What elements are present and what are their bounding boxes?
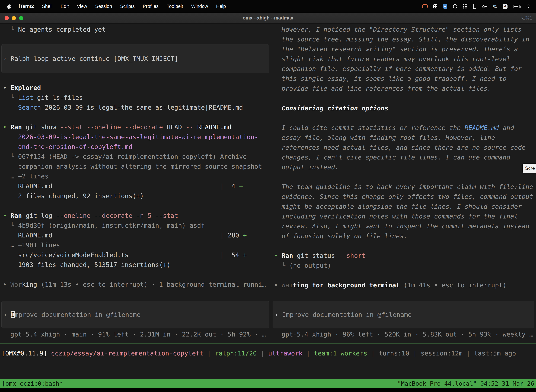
terminal-line: • Ran git log --oneline --decorate -n 5 …	[3, 211, 266, 221]
tmux-session-label: [omx-cczip0:bash*	[2, 379, 63, 388]
terminal-line: Search 2026-03-09-is-legal-the-same-as-l…	[3, 103, 266, 112]
omx-status-bar-text: [OMX#0.11.9] cczip/essay/ai-reimplementa…	[1, 348, 536, 358]
screen: iTerm2ShellEditViewSessionScriptsProfile…	[0, 0, 536, 392]
terminal-line: › Improve documentation in @filename	[274, 310, 412, 320]
circle-app-icon[interactable]	[453, 4, 457, 9]
terminal-line: • Ran git show --stat --oneline --decora…	[3, 122, 266, 132]
terminal-line	[3, 112, 266, 122]
terminal-line: output instead.	[274, 162, 533, 172]
menu-scripts[interactable]: Scripts	[120, 4, 135, 9]
terminal-line	[274, 241, 533, 251]
terminal-line: companion analysis without altering the …	[3, 162, 266, 171]
terminal-line: The team guideline is to back every impo…	[274, 182, 533, 192]
terminal-line: … +2 lines	[3, 171, 266, 181]
tmux-host-time: "MacBook-Pro-44.local" 04:52 31-Mar-26	[397, 379, 534, 388]
window-tiles-icon[interactable]	[433, 5, 437, 9]
menu-profiles[interactable]: Profiles	[143, 4, 159, 9]
key-icon[interactable]	[482, 4, 488, 9]
terminal-line: README.md | 280 +	[3, 230, 266, 240]
wifi-icon[interactable]	[526, 4, 531, 9]
terminal: └ No agents completed yet › Ralph loop a…	[0, 23, 536, 343]
terminal-line: essay file, along with finding root file…	[274, 133, 533, 143]
menu-bar-status-icons: 61A	[422, 4, 536, 9]
terminal-line	[274, 113, 533, 123]
window-shortcut-badge: ⌥⌘1	[520, 13, 532, 23]
omx-status-bar: [OMX#0.11.9] cczip/essay/ai-reimplementa…	[0, 344, 536, 379]
menu-iterm2[interactable]: iTerm2	[19, 4, 34, 9]
prompt-input-right[interactable]: › Improve documentation in @filename	[273, 301, 534, 328]
terminal-line: evidence. Since this change only affects…	[274, 192, 533, 202]
terminal-line: of focusing solely on file lines.	[274, 231, 533, 241]
model-status-right: gpt-5.4 xhigh · 96% left · 520K in · 5.8…	[274, 330, 533, 339]
input-source-icon[interactable]: A	[503, 4, 507, 9]
terminal-line: might be acceptable alongside the file l…	[274, 202, 533, 211]
terminal-line	[3, 201, 266, 211]
agents-status-line: └ No agents completed yet	[3, 25, 106, 34]
terminal-line: • Waiting for background terminal (1m 41…	[274, 280, 533, 290]
terminal-line: 1903 files changed, 513517 insertions(+)	[3, 260, 266, 270]
terminal-line: companion file, especially if more comme…	[274, 64, 533, 74]
menu-toolbelt[interactable]: Toolbelt	[167, 4, 183, 9]
terminal-line	[3, 73, 266, 83]
terminal-line: changes, I can't cite specific file line…	[274, 152, 533, 162]
ralph-loop-banner: › Ralph loop active continue [OMX_TMUX_I…	[1, 44, 269, 73]
tmux-status-bar: [omx-cczip0:bash* "MacBook-Pro-44.local"…	[0, 379, 536, 388]
tmux-pane-left[interactable]: └ No agents completed yet › Ralph loop a…	[0, 23, 271, 343]
apple-logo	[7, 4, 11, 9]
menu-session[interactable]: Session	[95, 4, 112, 9]
window-title-bar[interactable]: omx --xhigh --madmax ⌥⌘1	[0, 13, 536, 23]
menu-window[interactable]: Window	[191, 4, 208, 9]
terminal-line: └ (no output)	[274, 261, 533, 271]
terminal-line: provide file and line references from th…	[274, 84, 533, 93]
terminal-line	[3, 270, 266, 280]
terminal-line: the source tree, missing the essay. Stil…	[274, 34, 533, 44]
prompt-input-right-text: › Improve documentation in @filename	[274, 310, 412, 320]
terminal-line: 2 files changed, 92 insertions(+)	[3, 191, 266, 201]
terminal-line: • Explored	[3, 83, 266, 93]
menu-help[interactable]: Help	[216, 4, 226, 9]
menu-bar: iTerm2ShellEditViewSessionScriptsProfile…	[0, 0, 536, 13]
menu-view[interactable]: View	[77, 4, 87, 9]
prompt-input-left-text: › Improve documentation in @filename	[3, 310, 140, 320]
ralph-loop-banner-text: › Ralph loop active continue [OMX_TMUX_I…	[3, 54, 178, 64]
omx-status-line: [OMX#0.11.9] cczip/essay/ai-reimplementa…	[1, 348, 536, 358]
window-title: omx --xhigh --madmax	[0, 13, 536, 23]
terminal-line: └ 4b9d30f (origin/main, instructkr/main,…	[3, 221, 266, 230]
terminal-line: › Ralph loop active continue [OMX_TMUX_I…	[3, 54, 178, 64]
raycast-icon[interactable]	[443, 4, 447, 9]
terminal-line: Considering citation options	[274, 103, 533, 113]
terminal-line: including verification notes with those …	[274, 211, 533, 221]
battery-percent-label[interactable]: 61	[493, 4, 497, 9]
right-pane-output: However, I noticed the "Directory Struct…	[274, 25, 533, 290]
tmux-pane-right[interactable]: However, I noticed the "Directory Struct…	[271, 23, 536, 343]
terminal-line: 2026-03-09-is-legal-the-same-as-legitima…	[3, 132, 266, 142]
terminal-line: README.md | 4 +	[3, 181, 266, 191]
model-status-left: gpt-5.4 xhigh · main · 91% left · 2.31M …	[3, 330, 266, 339]
terminal-line: … +1901 lines	[3, 240, 266, 250]
terminal-line: • Ran git status --short	[274, 251, 533, 261]
terminal-line: this single essay, it seems like a good …	[274, 74, 533, 84]
terminal-line: slight risk that future readers may over…	[274, 54, 533, 64]
terminal-line: └ List git ls-files	[3, 93, 266, 103]
dots-grid-icon[interactable]	[463, 4, 468, 9]
menu-shell[interactable]: Shell	[42, 4, 53, 9]
screen-recording-indicator[interactable]	[422, 5, 428, 8]
battery-icon[interactable]	[513, 5, 520, 8]
left-pane-output: • Explored └ List git ls-files Search 20…	[3, 73, 266, 289]
terminal-line: src/voice/voiceModeEnabled.ts | 54 +	[3, 250, 266, 260]
terminal-line	[274, 172, 533, 182]
terminal-line: I could cite commit statistics or refere…	[274, 123, 533, 133]
terminal-line: the "Related research writing" section i…	[274, 44, 533, 54]
menu-edit[interactable]: Edit	[61, 4, 69, 9]
terminal-line: review. Also, I might want to inspect th…	[274, 221, 533, 231]
prompt-input-left[interactable]: › Improve documentation in @filename	[1, 301, 269, 328]
menu-items: iTerm2ShellEditViewSessionScriptsProfile…	[19, 4, 226, 9]
apple-menu[interactable]	[7, 4, 11, 9]
iphone-mirroring-icon[interactable]	[473, 4, 476, 9]
terminal-line: └ 067f154 (HEAD -> essay/ai-reimplementa…	[3, 152, 266, 162]
terminal-line: references need actual files, and since …	[274, 143, 533, 152]
terminal-line: › Improve documentation in @filename	[3, 310, 140, 320]
terminal-line: However, I noticed the "Directory Struct…	[274, 25, 533, 34]
terminal-line: └ No agents completed yet	[3, 25, 106, 34]
terminal-line	[274, 271, 533, 280]
